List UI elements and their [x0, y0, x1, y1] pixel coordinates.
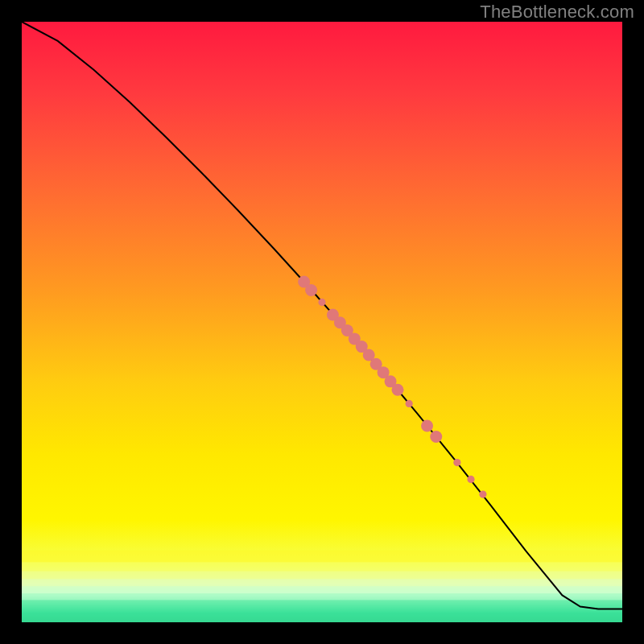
data-point: [318, 299, 325, 306]
band: [22, 572, 622, 580]
data-point: [406, 400, 413, 407]
band: [22, 600, 622, 622]
watermark-text: TheBottleneck.com: [480, 2, 634, 23]
plot-background: [22, 22, 622, 622]
band: [22, 586, 622, 593]
band: [22, 562, 622, 571]
bottleneck-chart: [22, 22, 622, 622]
data-point: [305, 284, 317, 296]
band: [22, 579, 622, 586]
stage: TheBottleneck.com: [0, 0, 644, 644]
data-point: [453, 459, 460, 466]
band: [22, 593, 622, 600]
data-point: [392, 384, 404, 396]
band: [22, 550, 622, 562]
data-point: [467, 476, 474, 483]
data-point: [479, 491, 486, 498]
data-point: [430, 431, 442, 443]
data-point: [421, 420, 433, 432]
color-bands: [22, 550, 622, 622]
